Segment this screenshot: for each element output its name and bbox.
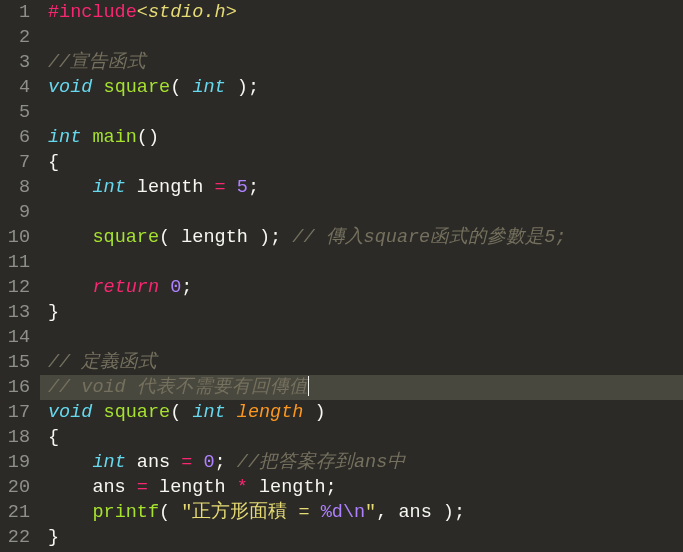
code-line[interactable]: { [40,425,683,450]
line-number: 1 [6,0,30,25]
type-keyword: int [92,452,125,473]
code-line[interactable]: void square( int ); [40,75,683,100]
code-line[interactable]: printf( "正方形面積 = %d\n", ans ); [40,500,683,525]
code-line[interactable]: #include<stdio.h> [40,0,683,25]
code-line-current[interactable]: // void 代表不需要有回傳值 [40,375,683,400]
comment: //宣告函式 [48,52,146,73]
line-number: 15 [6,350,30,375]
comment: //把答案存到ans中 [237,452,407,473]
line-number: 21 [6,500,30,525]
code-line[interactable]: } [40,525,683,550]
comment: // void 代表不需要有回傳值 [48,377,308,398]
line-number: 18 [6,425,30,450]
code-content[interactable]: #include<stdio.h> //宣告函式 void square( in… [40,0,683,552]
code-line[interactable]: { [40,150,683,175]
number-literal: 0 [170,277,181,298]
code-editor[interactable]: 1 2 3 4 5 6 7 8 9 10 11 12 13 14 15 16 1… [0,0,683,552]
function-call: square [92,227,159,248]
code-line[interactable]: int main() [40,125,683,150]
comment: // 定義函式 [48,352,157,373]
type-keyword: void [48,402,92,423]
text-cursor [308,376,309,396]
function-name: main [92,127,136,148]
preprocessor: #include [48,2,137,23]
line-number: 19 [6,450,30,475]
line-number: 5 [6,100,30,125]
include-header: <stdio.h> [137,2,237,23]
line-number: 2 [6,25,30,50]
type-keyword: int [48,127,81,148]
line-number: 17 [6,400,30,425]
parameter-name: length [237,402,304,423]
code-line[interactable]: //宣告函式 [40,50,683,75]
line-number: 13 [6,300,30,325]
line-number: 14 [6,325,30,350]
comment: // 傳入square函式的參數是5; [292,227,566,248]
code-line[interactable]: // 定義函式 [40,350,683,375]
function-name: square [104,402,171,423]
line-number: 9 [6,200,30,225]
line-number: 20 [6,475,30,500]
number-literal: 0 [203,452,214,473]
line-number: 10 [6,225,30,250]
line-number: 6 [6,125,30,150]
code-line[interactable]: ans = length * length; [40,475,683,500]
format-escape: %d\n [321,502,365,523]
line-number: 8 [6,175,30,200]
number-literal: 5 [237,177,248,198]
line-number: 7 [6,150,30,175]
code-line[interactable]: int ans = 0; //把答案存到ans中 [40,450,683,475]
type-keyword: int [92,177,125,198]
code-line[interactable]: return 0; [40,275,683,300]
code-line[interactable]: } [40,300,683,325]
line-number: 16 [6,375,30,400]
function-call: printf [92,502,159,523]
code-line[interactable]: int length = 5; [40,175,683,200]
line-number: 4 [6,75,30,100]
type-keyword: int [192,402,225,423]
type-keyword: void [48,77,92,98]
code-line[interactable]: square( length ); // 傳入square函式的參數是5; [40,225,683,250]
line-number: 22 [6,525,30,550]
line-number: 11 [6,250,30,275]
code-line[interactable] [40,325,683,350]
code-line[interactable] [40,25,683,50]
line-number: 12 [6,275,30,300]
line-gutter: 1 2 3 4 5 6 7 8 9 10 11 12 13 14 15 16 1… [0,0,40,552]
code-line[interactable] [40,250,683,275]
line-number: 3 [6,50,30,75]
function-name: square [104,77,171,98]
type-keyword: int [192,77,225,98]
string-literal: "正方形面積 = [181,502,320,523]
keyword-return: return [92,277,159,298]
code-line[interactable]: void square( int length ) [40,400,683,425]
code-line[interactable] [40,200,683,225]
code-line[interactable] [40,100,683,125]
